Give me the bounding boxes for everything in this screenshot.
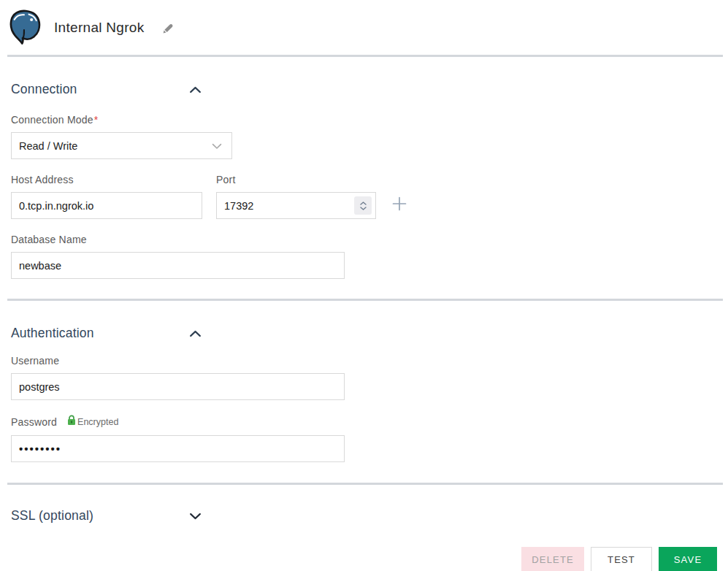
port-field: Port (216, 174, 376, 219)
encrypted-label: Encrypted (77, 417, 118, 427)
stepper-down-icon (360, 207, 367, 210)
port-label: Port (216, 174, 376, 185)
required-asterisk: * (94, 114, 99, 126)
password-input[interactable] (11, 435, 345, 462)
database-input[interactable] (11, 252, 345, 279)
host-port-row: Host Address Port (11, 174, 728, 219)
password-label-row: Password Encrypted (11, 415, 728, 429)
username-label: Username (11, 355, 728, 367)
encrypted-badge: Encrypted (67, 415, 118, 429)
database-label: Database Name (11, 234, 728, 245)
section-title-ssl: SSL (optional) (11, 508, 93, 524)
section-header-connection[interactable]: Connection (11, 82, 203, 97)
delete-button[interactable]: DELETE (521, 547, 584, 571)
section-authentication: Authentication Username Password (0, 326, 728, 462)
section-title-authentication: Authentication (11, 326, 94, 341)
username-input[interactable] (11, 373, 345, 400)
section-header-authentication[interactable]: Authentication (11, 326, 203, 341)
port-input[interactable] (216, 192, 376, 219)
connection-title: Internal Ngrok (54, 20, 145, 36)
connection-mode-label: Connection Mode* (11, 114, 728, 126)
password-label: Password (11, 416, 57, 428)
username-field: Username (11, 355, 728, 400)
port-stepper[interactable] (354, 196, 372, 215)
plus-icon (392, 202, 407, 213)
postgresql-logo-icon (9, 9, 44, 46)
host-label: Host Address (11, 174, 202, 185)
stepper-up-icon (360, 202, 367, 205)
add-host-button[interactable] (391, 195, 408, 212)
chevron-down-icon (189, 511, 202, 522)
chevron-down-icon (212, 139, 222, 153)
chevron-up-icon (189, 85, 202, 96)
save-button[interactable]: SAVE (659, 547, 717, 571)
collapse-authentication-button[interactable] (188, 329, 203, 339)
section-title-connection: Connection (11, 82, 77, 97)
database-field: Database Name (11, 234, 728, 279)
connection-mode-field: Connection Mode* Read / Write (11, 114, 728, 159)
pencil-icon (162, 26, 175, 37)
test-button[interactable]: TEST (591, 547, 652, 571)
section-ssl: SSL (optional) (0, 508, 728, 524)
lock-icon (67, 415, 76, 429)
edit-title-button[interactable] (161, 20, 176, 36)
expand-ssl-button[interactable] (188, 511, 203, 521)
section-connection: Connection Connection Mode* Read / Write (0, 82, 728, 279)
database-connection-editor: Internal Ngrok Connection C (0, 0, 728, 571)
divider (7, 299, 723, 301)
collapse-connection-button[interactable] (188, 85, 203, 95)
section-header-ssl[interactable]: SSL (optional) (11, 508, 203, 524)
connection-mode-value: Read / Write (19, 140, 77, 152)
host-input[interactable] (11, 192, 202, 219)
divider (7, 483, 723, 485)
action-bar: DELETE TEST SAVE (0, 547, 717, 571)
header: Internal Ngrok (0, 0, 728, 51)
port-input-group (216, 192, 376, 219)
chevron-up-icon (189, 329, 202, 340)
host-field: Host Address (11, 174, 202, 219)
divider (7, 55, 723, 57)
password-field (11, 435, 728, 462)
connection-mode-select[interactable]: Read / Write (11, 132, 232, 159)
